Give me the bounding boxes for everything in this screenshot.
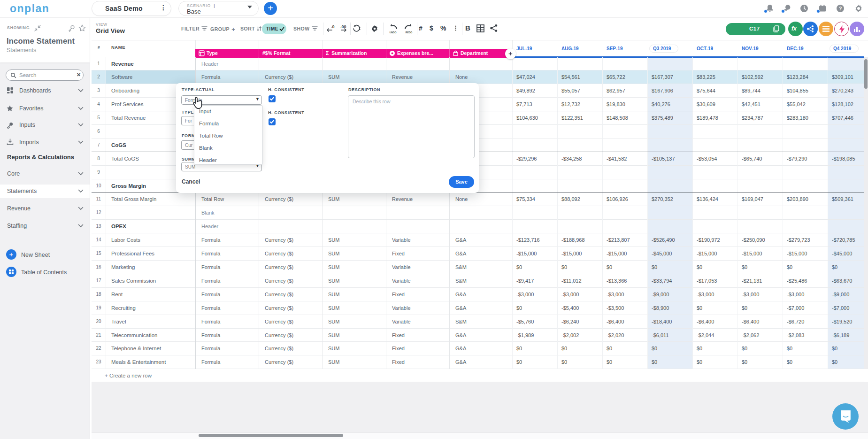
svg-text:.00: .00 [340,24,346,29]
svg-text:.0: .0 [331,24,335,29]
svg-text:?: ? [839,6,842,11]
